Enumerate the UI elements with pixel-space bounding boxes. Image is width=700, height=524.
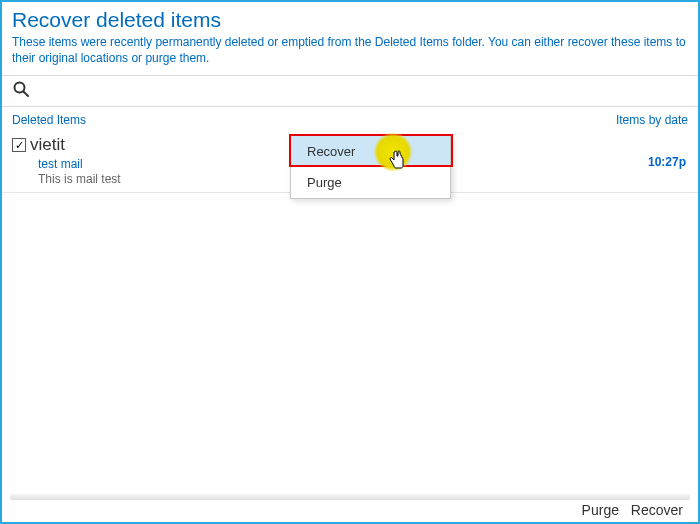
svg-line-1	[24, 92, 29, 97]
purge-button[interactable]: Purge	[582, 502, 619, 518]
checkbox[interactable]: ✓	[12, 138, 26, 152]
menu-recover[interactable]: Recover	[291, 136, 450, 167]
meta-row: Deleted Items Items by date	[2, 107, 698, 131]
sort-label[interactable]: Items by date	[616, 113, 688, 127]
folder-label[interactable]: Deleted Items	[12, 113, 86, 127]
footer-actions: Purge Recover	[574, 502, 683, 518]
sender-name: vietit	[30, 135, 65, 155]
page-title: Recover deleted items	[12, 8, 688, 32]
recover-button[interactable]: Recover	[631, 502, 683, 518]
mail-time: 10:27p	[648, 155, 686, 169]
header: Recover deleted items These items were r…	[2, 2, 698, 69]
context-menu: Recover Purge	[290, 135, 451, 199]
search-icon	[12, 80, 30, 102]
content-shadow	[10, 494, 690, 500]
menu-purge[interactable]: Purge	[291, 167, 450, 198]
page-description: These items were recently permanently de…	[12, 34, 688, 66]
search-bar[interactable]	[2, 75, 698, 107]
